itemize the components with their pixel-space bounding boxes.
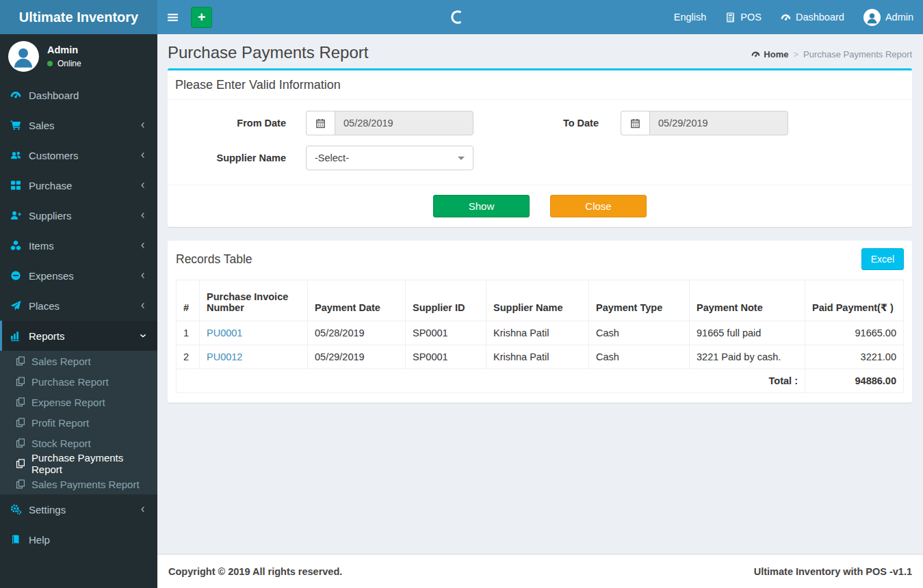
user-status: Online bbox=[47, 59, 81, 68]
add-button[interactable]: + bbox=[191, 7, 212, 28]
records-table-wrap: # Purchase Invoice Number Payment Date S… bbox=[168, 276, 912, 403]
copy-icon bbox=[16, 438, 25, 448]
records-panel-header: Records Table Excel bbox=[168, 241, 912, 276]
chevron-left-icon bbox=[139, 121, 147, 129]
col-header-supplier-name: Supplier Name bbox=[486, 280, 589, 321]
copy-icon bbox=[16, 356, 25, 366]
copy-icon bbox=[16, 459, 25, 468]
language-menu[interactable]: English bbox=[664, 0, 716, 34]
chevron-left-icon bbox=[139, 211, 147, 219]
sidebar-item-profit-report[interactable]: Profit Report bbox=[0, 412, 157, 433]
loading-spinner-icon bbox=[450, 10, 465, 25]
user-avatar bbox=[863, 9, 881, 26]
from-date-group bbox=[306, 111, 473, 135]
online-status-dot bbox=[47, 61, 53, 66]
col-header-payment-note: Payment Note bbox=[690, 280, 805, 321]
tachometer-icon bbox=[781, 12, 791, 23]
sidebar-item-dashboard[interactable]: Dashboard bbox=[0, 80, 157, 110]
copy-icon bbox=[16, 479, 25, 489]
col-header-num: # bbox=[177, 280, 200, 321]
sidebar-item-purchase-report[interactable]: Purchase Report bbox=[0, 371, 157, 392]
tachometer-icon bbox=[751, 50, 760, 59]
sidebar-menu: Dashboard Sales Customers Purchase Suppl… bbox=[0, 80, 157, 554]
from-date-input[interactable] bbox=[335, 111, 473, 135]
user-menu[interactable]: Admin bbox=[854, 0, 923, 34]
cart-icon bbox=[10, 120, 21, 131]
top-navbar: Ultimate Inventory + English POS Dashbo bbox=[0, 0, 923, 34]
supplier-select[interactable]: -Select- bbox=[306, 146, 473, 170]
records-title: Records Table bbox=[176, 248, 252, 267]
breadcrumb-separator: > bbox=[793, 49, 798, 59]
chevron-left-icon bbox=[139, 151, 147, 159]
copy-icon bbox=[16, 377, 25, 386]
sidebar-toggle-button[interactable] bbox=[157, 0, 188, 34]
user-icon bbox=[11, 45, 36, 70]
excel-export-button[interactable]: Excel bbox=[861, 248, 904, 270]
sidebar-item-sales-report[interactable]: Sales Report bbox=[0, 351, 157, 371]
breadcrumb: Home > Purchase Payments Report bbox=[751, 49, 912, 62]
sidebar-item-reports[interactable]: Reports bbox=[0, 321, 157, 351]
to-date-group bbox=[621, 111, 788, 135]
col-header-payment-type: Payment Type bbox=[589, 280, 690, 321]
chevron-left-icon bbox=[139, 241, 147, 250]
avatar bbox=[8, 41, 39, 72]
chevron-left-icon bbox=[139, 302, 147, 310]
sidebar-item-stock-report[interactable]: Stock Report bbox=[0, 433, 157, 453]
filter-panel: Please Enter Valid Information From Date… bbox=[168, 68, 912, 227]
page-footer: Copyright © 2019 All rights reserved. Ul… bbox=[157, 554, 923, 588]
version-text: Ultimate Inventory with POS -v1.1 bbox=[754, 566, 912, 577]
records-panel: Records Table Excel # Purchase Invoice N… bbox=[168, 241, 912, 403]
gears-icon bbox=[10, 504, 21, 515]
navbar-body: + English POS Dashboard bbox=[157, 0, 923, 34]
chevron-down-icon bbox=[139, 332, 147, 340]
calendar-icon bbox=[621, 111, 649, 135]
sidebar-item-expenses[interactable]: Expenses bbox=[0, 260, 157, 291]
table-row: 1 PU0001 05/28/2019 SP0001 Krishna Patil… bbox=[177, 321, 904, 345]
copy-icon bbox=[16, 418, 25, 427]
sidebar-item-help[interactable]: Help bbox=[0, 524, 157, 554]
navbar-right-menu: English POS Dashboard Admin bbox=[664, 0, 923, 34]
page-title: Purchase Payments Report bbox=[168, 44, 368, 62]
users-icon bbox=[10, 150, 21, 161]
show-button[interactable]: Show bbox=[433, 195, 530, 217]
table-header-row: # Purchase Invoice Number Payment Date S… bbox=[177, 280, 904, 321]
content-header: Purchase Payments Report Home > Purchase… bbox=[157, 34, 923, 68]
cubes-icon bbox=[10, 240, 21, 251]
sidebar-item-purchase-payments-report[interactable]: Purchase Payments Report bbox=[0, 453, 157, 474]
sidebar-item-items[interactable]: Items bbox=[0, 230, 157, 260]
sidebar-item-customers[interactable]: Customers bbox=[0, 140, 157, 170]
brand-logo[interactable]: Ultimate Inventory bbox=[0, 0, 157, 34]
sidebar-item-expense-report[interactable]: Expense Report bbox=[0, 392, 157, 412]
invoice-link[interactable]: PU0001 bbox=[207, 328, 242, 338]
content-area: Purchase Payments Report Home > Purchase… bbox=[157, 34, 923, 554]
sidebar-item-places[interactable]: Places bbox=[0, 291, 157, 321]
paper-plane-icon bbox=[10, 300, 21, 311]
supplier-name-label: Supplier Name bbox=[174, 152, 286, 163]
records-table: # Purchase Invoice Number Payment Date S… bbox=[176, 280, 904, 393]
sidebar-item-settings[interactable]: Settings bbox=[0, 494, 157, 524]
pos-link[interactable]: POS bbox=[716, 0, 771, 34]
table-row: 2 PU0012 05/29/2019 SP0001 Krishna Patil… bbox=[177, 345, 904, 369]
sidebar-item-suppliers[interactable]: Suppliers bbox=[0, 200, 157, 230]
grid-icon bbox=[10, 180, 21, 191]
filter-panel-title: Please Enter Valid Information bbox=[168, 70, 912, 100]
calendar-icon bbox=[306, 111, 335, 135]
col-header-invoice: Purchase Invoice Number bbox=[200, 280, 308, 321]
user-name: Admin bbox=[47, 44, 81, 55]
select-caret-icon bbox=[458, 157, 465, 160]
user-icon bbox=[866, 12, 879, 25]
chevron-left-icon bbox=[139, 181, 147, 189]
to-date-label: To Date bbox=[482, 118, 599, 129]
breadcrumb-home-link[interactable]: Home bbox=[751, 49, 788, 59]
invoice-link[interactable]: PU0012 bbox=[207, 351, 242, 362]
dashboard-link[interactable]: Dashboard bbox=[771, 0, 854, 34]
sidebar-item-sales[interactable]: Sales bbox=[0, 110, 157, 140]
sidebar-item-purchase[interactable]: Purchase bbox=[0, 170, 157, 200]
book-icon bbox=[10, 534, 21, 545]
minus-circle-icon bbox=[10, 270, 21, 281]
sidebar-item-sales-payments-report[interactable]: Sales Payments Report bbox=[0, 474, 157, 494]
to-date-input[interactable] bbox=[649, 111, 788, 135]
col-header-paid-payment: Paid Payment(₹ ) bbox=[805, 280, 904, 321]
total-value: 94886.00 bbox=[805, 369, 904, 393]
close-button[interactable]: Close bbox=[550, 195, 647, 217]
